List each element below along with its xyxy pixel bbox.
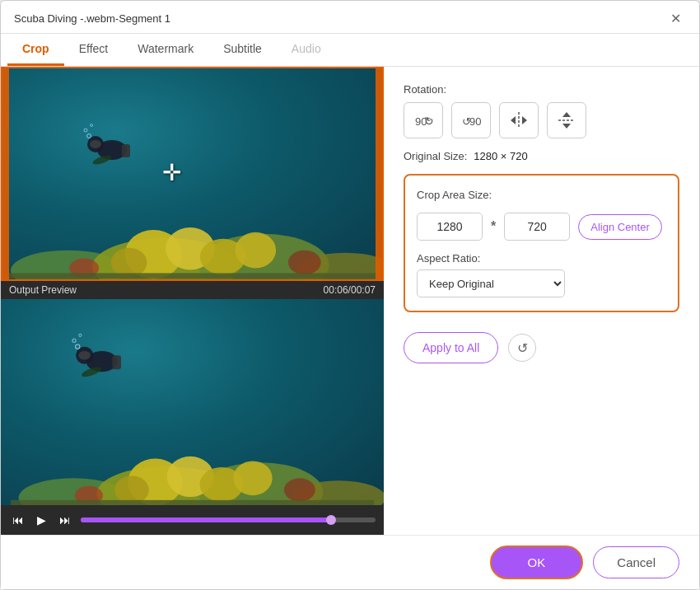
aspect-ratio-section: Aspect Ratio: Keep Original 16:9 4:3 1:1… (417, 252, 666, 297)
rotation-section: Rotation: 90°↻ ↺90° (404, 83, 679, 138)
svg-point-39 (75, 344, 79, 349)
svg-point-32 (284, 478, 315, 501)
flip-vertical-button[interactable] (547, 102, 586, 138)
svg-marker-48 (522, 116, 527, 124)
bottom-video-preview (1, 299, 384, 505)
title-bar: Scuba Diving -.webm-Segment 1 ✕ (1, 1, 699, 34)
original-size-section: Original Size: 1280 × 720 (404, 150, 679, 162)
svg-point-40 (72, 339, 76, 342)
crop-width-input[interactable] (417, 213, 483, 241)
svg-point-11 (288, 251, 321, 275)
crop-area-box: Crop Area Size: * Align Center Aspect Ra… (404, 174, 679, 312)
tab-watermark[interactable]: Watermark (123, 34, 208, 66)
progress-fill (81, 517, 331, 522)
reset-icon: ↺ (517, 340, 528, 356)
svg-point-20 (90, 124, 92, 127)
svg-point-19 (84, 129, 87, 132)
rotate-ccw-button[interactable]: ↺90° (451, 102, 491, 138)
right-panel: Rotation: 90°↻ ↺90° (384, 67, 699, 535)
svg-marker-51 (562, 124, 571, 129)
coral-scene-bottom (1, 392, 384, 506)
crop-area-label: Crop Area Size: (417, 189, 666, 201)
svg-point-9 (236, 232, 277, 269)
diver-top (71, 121, 145, 175)
crop-handle-left[interactable] (2, 68, 9, 279)
svg-point-41 (79, 334, 82, 336)
rotation-buttons: 90°↻ ↺90° (404, 102, 679, 138)
ok-button[interactable]: OK (490, 546, 584, 579)
next-frame-button[interactable]: ⏭ (56, 512, 74, 528)
svg-point-30 (233, 461, 272, 495)
tab-audio: Audio (277, 34, 336, 66)
output-label: Output Preview (9, 284, 77, 296)
top-video-preview: ✛ (1, 67, 384, 281)
flip-h-icon (507, 109, 530, 132)
close-button[interactable]: ✕ (665, 9, 686, 28)
svg-rect-33 (11, 499, 374, 505)
tab-bar: Crop Effect Watermark Subtitle Audio (1, 34, 699, 67)
align-center-button[interactable]: Align Center (578, 214, 662, 240)
svg-point-36 (78, 350, 91, 359)
separator: * (491, 219, 496, 234)
tab-effect[interactable]: Effect (64, 34, 124, 66)
footer: OK Cancel (1, 535, 699, 589)
player-controls: ⏮ ▶ ⏭ (1, 505, 384, 535)
svg-rect-12 (2, 273, 382, 279)
content-area: ✛ Output Preview 00:06/00:07 (1, 67, 699, 535)
output-label-bar: Output Preview 00:06/00:07 (1, 281, 384, 299)
dialog: Scuba Diving -.webm-Segment 1 ✕ Crop Eff… (0, 0, 700, 590)
rotate-cw-icon: 90°↻ (413, 110, 433, 130)
timestamp: 00:06/00:07 (324, 284, 376, 296)
progress-bar[interactable] (81, 517, 376, 522)
apply-row: Apply to All ↺ (404, 332, 679, 363)
rotation-label: Rotation: (404, 83, 679, 96)
svg-point-18 (86, 134, 91, 138)
flip-horizontal-button[interactable] (499, 102, 539, 138)
svg-point-15 (90, 140, 101, 148)
svg-rect-16 (122, 144, 130, 157)
svg-rect-37 (112, 355, 121, 369)
apply-to-all-button[interactable]: Apply to All (404, 332, 498, 363)
svg-marker-47 (511, 116, 516, 124)
play-button[interactable]: ▶ (34, 512, 49, 528)
aspect-ratio-label: Aspect Ratio: (417, 252, 666, 265)
rotate-ccw-icon: ↺90° (461, 110, 481, 130)
svg-marker-50 (562, 112, 571, 117)
coral-scene-top (2, 160, 382, 279)
tab-subtitle[interactable]: Subtitle (208, 34, 277, 66)
flip-v-icon (555, 109, 578, 132)
tab-crop[interactable]: Crop (7, 34, 64, 66)
rotate-cw-button[interactable]: 90°↻ (404, 102, 443, 138)
window-title: Scuba Diving -.webm-Segment 1 (14, 12, 170, 25)
original-size-value: 1280 × 720 (474, 150, 527, 162)
svg-text:90°: 90° (469, 115, 481, 128)
skip-back-button[interactable]: ⏮ (9, 512, 27, 528)
crop-inputs-row: * Align Center (417, 213, 666, 241)
svg-text:↻: ↻ (424, 115, 433, 128)
cancel-button[interactable]: Cancel (593, 546, 679, 578)
reset-button[interactable]: ↺ (508, 334, 536, 362)
svg-point-8 (111, 248, 147, 278)
original-size-label: Original Size: (404, 150, 467, 162)
diver-bottom (58, 330, 137, 388)
crop-height-input[interactable] (504, 213, 570, 241)
progress-thumb (326, 515, 336, 525)
left-panel: ✛ Output Preview 00:06/00:07 (1, 67, 384, 535)
aspect-ratio-select[interactable]: Keep Original 16:9 4:3 1:1 9:16 (417, 269, 565, 297)
svg-point-29 (114, 475, 149, 503)
crop-handle-right[interactable] (376, 68, 382, 279)
